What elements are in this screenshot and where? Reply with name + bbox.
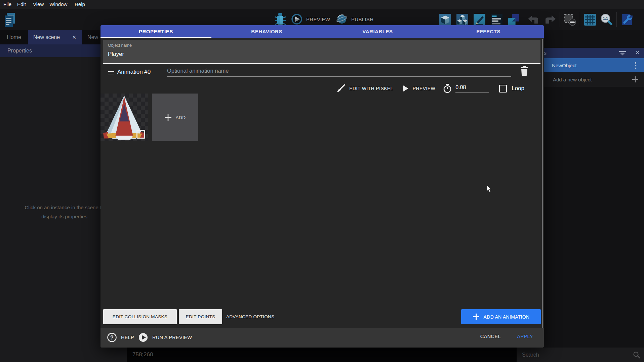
play-circle-icon [138,332,148,342]
tab-effects[interactable]: EFFECTS [433,25,544,38]
add-an-animation-button[interactable]: ADD AN ANIMATION [461,309,541,324]
zoom-1-1-icon[interactable]: 1:1 [600,13,613,26]
debugger-icon[interactable] [274,12,286,27]
animation-header-row: Animation #0 Optional animation name [100,66,544,81]
preview-play-icon [291,13,303,25]
tab-new-scene[interactable]: New scene ✕ [28,30,82,44]
objects-panel-top [544,30,644,48]
add-new-object-label: Add a new object [553,77,592,82]
scene-status-bar: 758;260 [127,348,517,362]
menu-file[interactable]: File [3,1,11,7]
add-frame-tile[interactable]: ADD [152,94,198,141]
preview-label: PREVIEW [306,16,330,22]
animation-name-input[interactable]: Optional animation name [167,68,511,77]
animation-actions-row: EDIT WITH PISKEL PREVIEW 0.08 [336,82,524,95]
toolbar-separator [580,12,580,27]
tab-close-icon[interactable]: ✕ [72,34,76,40]
toolbar-separator [560,12,560,27]
help-icon: ? [107,332,117,342]
toggle-grid-icon[interactable] [584,13,596,26]
add-object-plus-icon [632,76,639,83]
menu-window[interactable]: Window [49,1,67,7]
menu-edit[interactable]: Edit [17,1,26,7]
loop-toggle[interactable]: Loop [499,85,524,93]
apply-button[interactable]: APPLY [517,334,533,339]
stopwatch-icon [443,83,452,94]
publish-globe-icon [336,13,348,25]
object-editor-dialog: PROPERTIES BEHAVIORS VARIABLES EFFECTS O… [100,25,544,348]
plus-icon [164,114,172,121]
properties-panel-title: Properties [7,48,32,54]
delete-animation-icon[interactable] [520,66,529,76]
edit-points-button[interactable]: EDIT POINTS [179,309,222,324]
object-name-label: NewObject [552,63,576,68]
search-input[interactable] [521,350,630,360]
preview-button[interactable]: PREVIEW [291,13,330,25]
run-a-preview-button[interactable]: RUN A PREVIEW [138,332,192,342]
search-icon [633,351,641,359]
tab-properties[interactable]: PROPERTIES [100,25,211,38]
publish-label: PUBLISH [351,16,373,22]
edit-collision-masks-button[interactable]: EDIT COLLISION MASKS [103,309,177,324]
object-name-field[interactable]: Object name Player [103,40,540,64]
objects-panel-header: s ✕ [544,48,644,58]
objects-panel-title-partial: s [544,50,547,56]
open-events-icon[interactable] [490,13,503,26]
time-between-frames-field[interactable]: 0.08 [443,83,489,94]
object-name-field-value[interactable]: Player [108,51,124,58]
close-panel-icon[interactable]: ✕ [635,49,640,56]
help-button[interactable]: ? HELP [107,332,134,342]
filter-icon[interactable] [618,50,627,56]
objects-panel-body [544,87,644,348]
svg-text:?: ? [110,335,114,340]
active-tab-indicator [100,37,211,38]
dialog-scrollbar[interactable] [542,39,543,347]
object-name-field-label: Object name [108,43,132,48]
brush-icon [336,84,345,93]
preview-animation-button[interactable]: PREVIEW [402,84,435,93]
project-manager-icon[interactable] [3,12,17,28]
gdevelop-window: File Edit View Window Help [0,0,644,362]
menu-help[interactable]: Help [75,1,85,7]
drag-handle-icon[interactable] [108,71,114,76]
animation-title: Animation #0 [117,69,151,75]
redo-icon[interactable] [545,15,556,24]
undo-icon[interactable] [528,15,539,24]
tab-home-label: Home [7,34,21,40]
objects-search-bar [517,348,644,362]
open-layers-icon[interactable] [508,13,520,26]
tab-new-scene-label: New scene [33,34,60,40]
tab-home[interactable]: Home [0,30,28,44]
open-object-groups-icon[interactable] [456,13,469,26]
dialog-tab-bar: PROPERTIES BEHAVIORS VARIABLES EFFECTS [100,25,544,38]
object-list-item-selected[interactable]: NewObject [544,58,644,72]
advanced-options-button[interactable]: ADVANCED OPTIONS [226,309,274,324]
dialog-footer: ? HELP RUN A PREVIEW CANCEL APPLY [100,328,544,348]
play-icon [402,84,409,93]
tab-behaviors[interactable]: BEHAVIORS [211,25,322,38]
cancel-button[interactable]: CANCEL [480,334,501,339]
svg-text:1:1: 1:1 [603,16,608,20]
open-objects-editor-icon[interactable] [439,13,451,26]
object-menu-dots-icon[interactable] [635,62,637,69]
frame-select-box[interactable] [136,130,145,139]
cursor-coordinates: 758;260 [132,351,153,358]
toolbar-separator [616,12,617,27]
toolbar-separator [524,12,524,27]
time-between-frames-value[interactable]: 0.08 [455,84,489,93]
mouse-cursor [487,185,492,193]
scene-settings-icon[interactable] [620,13,633,26]
loop-label: Loop [512,85,524,92]
edit-scene-icon[interactable] [473,13,486,26]
add-frame-label: ADD [175,115,186,120]
toggle-mask-icon[interactable] [564,13,576,26]
tab-variables[interactable]: VARIABLES [322,25,433,38]
menu-bar: File Edit View Window Help [0,0,644,9]
loop-checkbox[interactable] [499,85,507,93]
add-new-object-row[interactable]: Add a new object [544,72,644,87]
menu-view[interactable]: View [33,1,44,7]
tab-partial-label: New [87,34,98,40]
sprite-frame-thumbnail[interactable] [100,94,148,141]
publish-button[interactable]: PUBLISH [336,13,373,25]
edit-with-piskel-button[interactable]: EDIT WITH PISKEL [336,84,393,93]
